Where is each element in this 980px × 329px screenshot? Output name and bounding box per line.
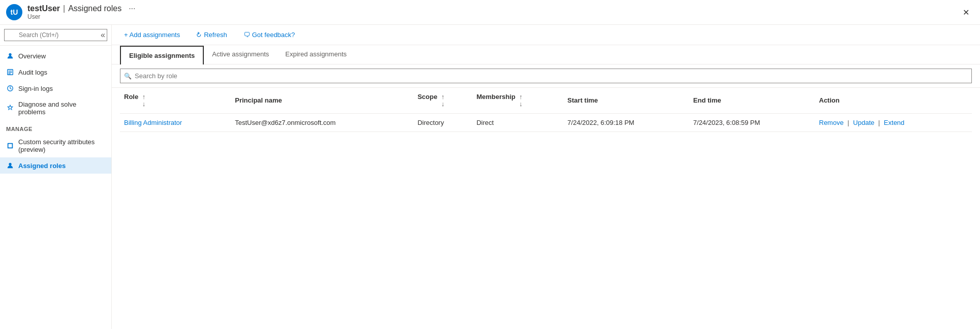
cell-role: Billing Administrator [120,113,231,131]
toolbar: + Add assignments ↻ Refresh 🗨 Got feedba… [112,25,980,45]
svg-rect-2 [9,71,12,71]
app-header: tU testUser | Assigned roles ··· User ✕ [0,0,980,25]
sidebar: 🔍 « Overview Audit logs [0,25,112,329]
col-end-time: End time [689,88,815,113]
svg-point-0 [9,53,11,56]
sidebar-item-assigned-roles-label: Assigned roles [18,162,66,170]
header-username: testUser [27,4,60,13]
close-button[interactable]: ✕ [958,4,974,20]
cell-scope: Directory [413,113,472,131]
role-link[interactable]: Billing Administrator [124,119,182,126]
header-page-title: Assigned roles [68,4,121,13]
refresh-button[interactable]: ↻ Refresh [192,29,231,41]
cell-principal-name: TestUser@xd6z7.onmicrosoft.com [231,113,413,131]
col-role: Role ↑↓ [120,88,231,113]
feedback-icon: 🗨 [243,31,250,39]
assignments-table-container: Role ↑↓ Principal name Scope ↑↓ [112,88,980,329]
refresh-icon: ↻ [195,30,203,39]
diagnose-icon [6,104,14,112]
sidebar-collapse-button[interactable]: « [101,30,105,40]
action-separator-1: | [847,119,851,126]
update-action-link[interactable]: Update [853,119,874,126]
assignments-table: Role ↑↓ Principal name Scope ↑↓ [120,88,972,132]
cell-membership: Direct [472,113,563,131]
sidebar-search-input[interactable] [4,29,107,41]
sidebar-item-overview-label: Overview [18,52,46,60]
tabs-container: Eligible assignments Active assignments … [112,45,980,64]
cell-start-time: 7/24/2022, 6:09:18 PM [563,113,689,131]
role-search-input[interactable] [120,69,972,83]
sidebar-item-custom-security[interactable]: Custom security attributes (preview) [0,134,111,157]
sidebar-item-diagnose-label: Diagnose and solve problems [18,101,105,116]
sidebar-item-custom-security-label: Custom security attributes (preview) [18,138,105,153]
add-assignments-button[interactable]: + Add assignments [120,29,184,41]
svg-point-8 [9,163,11,166]
signin-icon [6,84,14,92]
header-title: testUser | Assigned roles ··· [27,4,135,13]
content-area: + Add assignments ↻ Refresh 🗨 Got feedba… [112,25,980,329]
person-icon [6,52,14,60]
avatar: tU [6,4,22,20]
cell-actions: Remove | Update | Extend [815,113,972,131]
sidebar-item-overview[interactable]: Overview [0,48,111,64]
search-bar-icon: 🔍 [124,73,132,80]
col-start-time: Start time [563,88,689,113]
svg-rect-4 [9,74,11,74]
role-search-bar: 🔍 [112,64,980,88]
sidebar-item-signin-logs[interactable]: Sign-in logs [0,80,111,96]
roles-icon [6,161,14,170]
col-action: Action [815,88,972,113]
extend-action-link[interactable]: Extend [884,119,904,126]
col-scope: Scope ↑↓ [413,88,472,113]
col-principal-name: Principal name [231,88,413,113]
audit-icon [6,68,14,76]
feedback-button[interactable]: 🗨 Got feedback? [239,29,299,41]
table-row: Billing Administrator TestUser@xd6z7.onm… [120,113,972,131]
svg-rect-3 [9,72,12,73]
header-user-block: testUser | Assigned roles ··· User [27,4,135,20]
scope-sort-icon[interactable]: ↑↓ [441,93,445,108]
sidebar-item-signin-logs-label: Sign-in logs [18,85,53,92]
header-subtitle: User [27,13,135,20]
tab-eligible-assignments[interactable]: Eligible assignments [120,46,204,64]
header-separator: | [63,4,65,13]
role-sort-icon[interactable]: ↑↓ [142,93,146,108]
cell-end-time: 7/24/2023, 6:08:59 PM [689,113,815,131]
tab-expired-assignments[interactable]: Expired assignments [277,45,355,64]
sidebar-nav: Overview Audit logs Sign-in logs [0,46,111,329]
sidebar-item-assigned-roles[interactable]: Assigned roles [0,157,111,174]
sidebar-item-audit-logs-label: Audit logs [18,69,47,76]
security-icon [6,142,14,150]
manage-section-label: Manage [0,120,111,134]
action-separator-2: | [878,119,882,126]
svg-rect-7 [9,144,12,148]
tab-active-assignments[interactable]: Active assignments [204,45,277,64]
col-membership: Membership ↑↓ [472,88,563,113]
header-more-button[interactable]: ··· [129,4,135,13]
sidebar-search-wrapper: 🔍 [4,29,107,41]
remove-action-link[interactable]: Remove [819,119,843,126]
sidebar-item-diagnose[interactable]: Diagnose and solve problems [0,96,111,120]
sidebar-item-audit-logs[interactable]: Audit logs [0,64,111,80]
membership-sort-icon[interactable]: ↑↓ [519,93,523,108]
